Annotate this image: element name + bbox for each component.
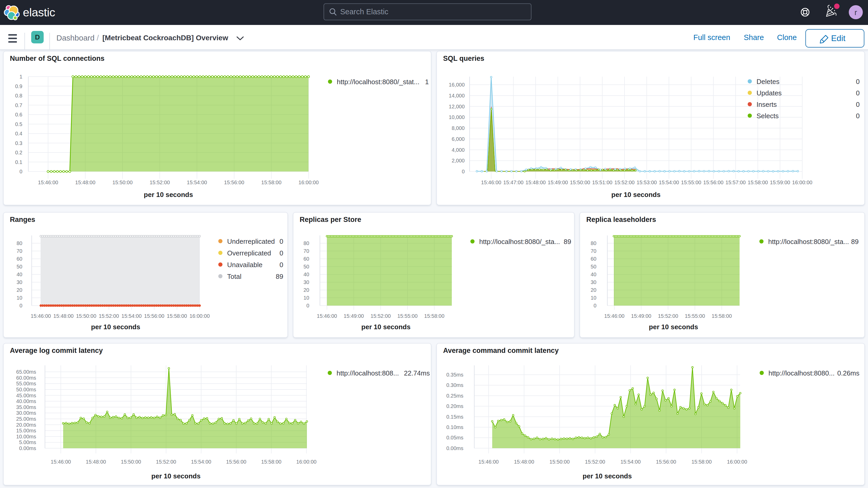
svg-text:15:50:00: 15:50:00 <box>570 180 590 185</box>
svg-text:Replicas per Store: Replicas per Store <box>300 216 361 223</box>
svg-text:15:46:00: 15:46:00 <box>481 180 501 185</box>
svg-text:15:54:00: 15:54:00 <box>191 459 211 465</box>
svg-text:20: 20 <box>17 287 22 293</box>
svg-text:15:50:00: 15:50:00 <box>121 459 141 465</box>
svg-text:15:48:00: 15:48:00 <box>53 313 73 319</box>
svg-text:80: 80 <box>304 240 309 246</box>
svg-text:15:52:00: 15:52:00 <box>585 459 605 465</box>
svg-text:15:46:00: 15:46:00 <box>604 313 624 319</box>
svg-text:15:48:00: 15:48:00 <box>75 180 95 185</box>
svg-text:15:47:00: 15:47:00 <box>503 180 524 185</box>
svg-text:0.6: 0.6 <box>15 112 22 118</box>
svg-text:0.26ms: 0.26ms <box>837 369 860 377</box>
svg-text:1: 1 <box>425 78 429 86</box>
svg-text:15:51:00: 15:51:00 <box>592 180 613 185</box>
svg-text:15:48:00: 15:48:00 <box>86 459 106 465</box>
svg-text:0.35ms: 0.35ms <box>446 372 463 377</box>
svg-text:10.00ms: 10.00ms <box>16 434 36 439</box>
svg-text:/: / <box>97 33 99 42</box>
svg-text:http://localhost:8080/_sta...: http://localhost:8080/_sta... <box>479 238 560 246</box>
svg-text:40: 40 <box>17 272 22 277</box>
svg-text:Average log commit latency: Average log commit latency <box>10 347 103 355</box>
svg-text:30: 30 <box>17 279 22 285</box>
svg-text:per 10 seconds: per 10 seconds <box>611 191 660 199</box>
svg-text:0: 0 <box>20 303 22 308</box>
svg-text:per 10 seconds: per 10 seconds <box>649 323 698 331</box>
svg-text:60: 60 <box>304 256 309 262</box>
svg-text:15:48:00: 15:48:00 <box>514 459 534 465</box>
svg-text:16:00:00: 16:00:00 <box>298 180 319 185</box>
svg-text:[Metricbeat CockroachDB] Overv: [Metricbeat CockroachDB] Overview <box>102 34 228 42</box>
svg-text:15:50:00: 15:50:00 <box>76 313 96 319</box>
svg-text:15:56:00: 15:56:00 <box>703 180 723 185</box>
svg-text:50: 50 <box>304 264 309 270</box>
svg-text:15.00ms: 15.00ms <box>16 428 36 433</box>
svg-text:Underreplicated: Underreplicated <box>227 238 275 245</box>
svg-text:70: 70 <box>304 248 309 254</box>
svg-text:20.00ms: 20.00ms <box>16 422 36 428</box>
svg-text:0: 0 <box>306 303 309 308</box>
svg-text:0: 0 <box>594 303 596 308</box>
svg-text:15:46:00: 15:46:00 <box>478 459 499 465</box>
svg-text:0.2: 0.2 <box>15 150 22 155</box>
svg-text:6,000: 6,000 <box>452 136 465 142</box>
svg-text:8,000: 8,000 <box>452 125 465 131</box>
svg-text:35.00ms: 35.00ms <box>16 404 36 410</box>
svg-text:89: 89 <box>564 238 571 246</box>
svg-text:15:49:00: 15:49:00 <box>344 313 364 319</box>
svg-text:10,000: 10,000 <box>449 114 465 120</box>
svg-text:15:58:00: 15:58:00 <box>691 459 712 465</box>
svg-text:D: D <box>35 33 40 41</box>
svg-text:15:56:00: 15:56:00 <box>144 313 164 319</box>
svg-text:15:52:00: 15:52:00 <box>156 459 176 465</box>
svg-text:0.8: 0.8 <box>15 93 22 98</box>
svg-text:15:52:00: 15:52:00 <box>658 313 678 319</box>
svg-text:0.00ms: 0.00ms <box>446 446 463 451</box>
svg-text:10: 10 <box>591 295 596 301</box>
svg-text:0: 0 <box>20 169 22 174</box>
svg-text:15:56:00: 15:56:00 <box>656 459 676 465</box>
svg-text:10: 10 <box>304 295 309 301</box>
svg-text:89: 89 <box>851 238 859 246</box>
svg-text:15:58:00: 15:58:00 <box>712 313 732 319</box>
svg-text:0.9: 0.9 <box>15 84 22 89</box>
svg-text:15:50:00: 15:50:00 <box>549 459 570 465</box>
svg-text:70: 70 <box>591 248 596 254</box>
svg-text:15:52:00: 15:52:00 <box>99 313 119 319</box>
svg-text:15:57:00: 15:57:00 <box>725 180 746 185</box>
svg-text:0: 0 <box>280 238 283 245</box>
svg-text:r: r <box>855 8 857 17</box>
svg-text:10: 10 <box>17 295 22 301</box>
svg-text:Search Elastic: Search Elastic <box>340 7 388 16</box>
svg-text:50: 50 <box>591 264 596 270</box>
svg-text:0.4: 0.4 <box>15 131 22 136</box>
svg-text:50.00ms: 50.00ms <box>16 387 36 392</box>
svg-text:30.00ms: 30.00ms <box>16 410 36 416</box>
svg-text:Share: Share <box>744 33 764 41</box>
svg-text:15:54:00: 15:54:00 <box>659 180 679 185</box>
svg-text:0.25ms: 0.25ms <box>446 393 463 399</box>
svg-text:55.00ms: 55.00ms <box>16 381 36 387</box>
svg-text:65.00ms: 65.00ms <box>16 369 36 375</box>
svg-text:2,000: 2,000 <box>452 158 465 163</box>
svg-text:0: 0 <box>856 89 860 97</box>
svg-text:45.00ms: 45.00ms <box>16 393 36 398</box>
svg-text:15:55:00: 15:55:00 <box>685 313 705 319</box>
svg-text:0.00ms: 0.00ms <box>19 446 36 451</box>
svg-text:15:52:00: 15:52:00 <box>614 180 634 185</box>
svg-text:Dashboard: Dashboard <box>56 33 95 42</box>
svg-text:40: 40 <box>591 272 596 277</box>
svg-text:http://localhost:8080/_stat...: http://localhost:8080/_stat... <box>337 78 420 86</box>
svg-text:0.1: 0.1 <box>15 159 22 165</box>
svg-text:15:58:00: 15:58:00 <box>261 459 281 465</box>
svg-text:Edit: Edit <box>831 33 845 43</box>
svg-text:15:56:00: 15:56:00 <box>226 459 246 465</box>
svg-text:per 10 seconds: per 10 seconds <box>583 472 632 480</box>
svg-text:15:49:00: 15:49:00 <box>548 180 568 185</box>
svg-text:50: 50 <box>17 264 22 270</box>
svg-text:15:50:00: 15:50:00 <box>112 180 132 185</box>
svg-text:16:00:00: 16:00:00 <box>189 313 210 319</box>
svg-text:15:54:00: 15:54:00 <box>121 313 142 319</box>
svg-text:15:55:00: 15:55:00 <box>681 180 702 185</box>
svg-text:http://localhost:8080/_sta...: http://localhost:8080/_sta... <box>768 238 849 246</box>
